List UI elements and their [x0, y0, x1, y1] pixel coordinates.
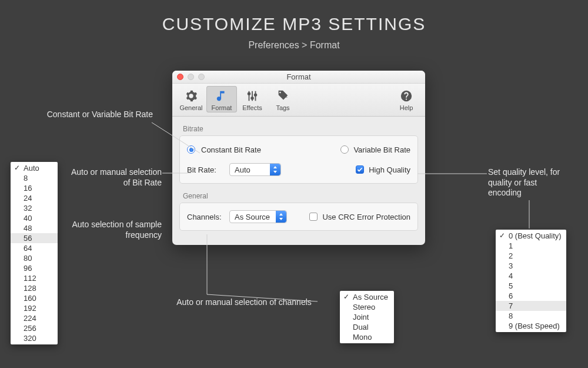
gear-icon [176, 88, 206, 104]
quality-popover[interactable]: 0 (Best Quality)123456789 (Best Speed) [496, 230, 566, 332]
menu-item[interactable]: 8 [496, 311, 566, 321]
channels-select-value: As Source [235, 213, 270, 221]
menu-item[interactable]: 1 [496, 241, 566, 251]
menu-item[interactable]: 96 [11, 263, 58, 273]
tab-label: Tags [268, 104, 298, 111]
bitrate-popover[interactable]: Auto816243240485664809611212816019222425… [11, 162, 58, 344]
page-title: CUSTOMIZE MP3 SETTINGS [0, 0, 588, 34]
tab-help[interactable]: Help [391, 86, 422, 112]
menu-item[interactable]: 5 [496, 281, 566, 291]
menu-item[interactable]: Dual [340, 322, 394, 332]
menu-item[interactable]: 192 [11, 303, 58, 313]
menu-item[interactable]: 48 [11, 223, 58, 233]
chevron-updown-icon [276, 211, 286, 223]
callout-quality: Set quality level, for quality or fast e… [488, 167, 570, 198]
general-section: Channels: As Source Use CRC Error Protec… [179, 203, 418, 231]
menu-item[interactable]: 4 [496, 271, 566, 281]
checkbox-high-quality[interactable] [356, 165, 364, 174]
menu-item[interactable]: 7 [496, 301, 566, 311]
checkbox-crc[interactable] [309, 213, 318, 221]
crc-label: Use CRC Error Protection [322, 213, 410, 221]
menu-item[interactable]: Mono [340, 332, 394, 342]
menu-item[interactable]: 160 [11, 293, 58, 303]
channels-select[interactable]: As Source [229, 210, 287, 223]
radio-cbr[interactable] [187, 145, 195, 154]
tab-label: General [176, 104, 206, 111]
tab-label: Help [391, 104, 422, 111]
bitrate-field-label: Bit Rate: [187, 165, 223, 174]
menu-item[interactable]: 2 [496, 251, 566, 261]
window-titlebar: Format [172, 71, 425, 84]
tab-general[interactable]: General [176, 86, 206, 112]
tab-tags[interactable]: Tags [268, 86, 298, 112]
bitrate-select-value: Auto [235, 165, 250, 174]
tags-icon [268, 88, 298, 104]
menu-item[interactable]: 6 [496, 291, 566, 301]
bitrate-section-label: Bitrate [172, 122, 425, 135]
radio-vbr-label: Variable Bit Rate [353, 145, 410, 154]
menu-item[interactable]: 256 [11, 323, 58, 333]
sliders-icon [237, 88, 268, 104]
bitrate-section: Constant Bit Rate Variable Bit Rate Bit … [179, 135, 418, 184]
preferences-toolbar: General Format Effects Tags Help [172, 84, 425, 117]
menu-item[interactable]: 0 (Best Quality) [496, 231, 566, 241]
menu-item[interactable]: 9 (Best Speed) [496, 321, 566, 331]
menu-item[interactable]: 112 [11, 273, 58, 283]
channels-popover[interactable]: As SourceStereoJointDualMono [340, 291, 394, 343]
menu-item[interactable]: 8 [11, 173, 58, 183]
menu-item[interactable]: 3 [496, 261, 566, 271]
callout-channels-select: Auto or manual selection of channels [171, 297, 318, 308]
tab-label: Effects [237, 104, 268, 111]
svg-point-4 [251, 97, 253, 100]
preferences-window: Format General Format Effects Tags [172, 71, 425, 245]
help-icon [391, 88, 422, 104]
callout-sample-freq: Auto selection of sample frequency [71, 220, 162, 240]
tab-format[interactable]: Format [206, 86, 237, 112]
menu-item[interactable]: Auto [11, 163, 58, 173]
menu-item[interactable]: As Source [340, 292, 394, 302]
radio-cbr-label: Constant Bit Rate [201, 145, 261, 154]
chevron-updown-icon [270, 164, 280, 175]
menu-item[interactable]: 32 [11, 203, 58, 213]
bitrate-select[interactable]: Auto [229, 163, 281, 176]
high-quality-label: High Quality [369, 165, 410, 174]
svg-point-5 [255, 94, 257, 96]
window-title: Format [172, 72, 425, 81]
menu-item[interactable]: 64 [11, 243, 58, 253]
callout-bitrate-mode: Constant or Variable Bit Rate [24, 110, 153, 120]
menu-item[interactable]: Joint [340, 312, 394, 322]
menu-item[interactable]: 80 [11, 253, 58, 263]
music-note-icon [206, 88, 237, 104]
menu-item[interactable]: Stereo [340, 302, 394, 312]
svg-point-3 [248, 93, 250, 95]
breadcrumb: Preferences > Format [0, 40, 588, 51]
menu-item[interactable]: 40 [11, 213, 58, 223]
menu-item[interactable]: 128 [11, 283, 58, 293]
menu-item[interactable]: 16 [11, 183, 58, 193]
callout-bitrate-select: Auto or manual selection of Bit Rate [71, 167, 162, 188]
menu-item[interactable]: 320 [11, 333, 58, 343]
general-section-label: General [172, 190, 425, 203]
menu-item[interactable]: 56 [11, 233, 58, 243]
channels-field-label: Channels: [187, 213, 223, 221]
radio-vbr[interactable] [340, 145, 349, 154]
menu-item[interactable]: 24 [11, 193, 58, 203]
tab-label: Format [206, 104, 237, 111]
menu-item[interactable]: 224 [11, 313, 58, 323]
tab-effects[interactable]: Effects [237, 86, 268, 112]
